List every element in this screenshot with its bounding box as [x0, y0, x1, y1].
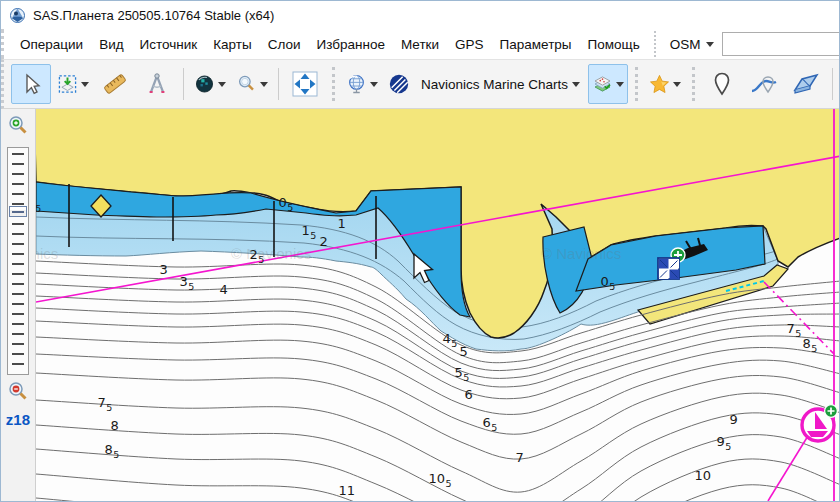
- svg-text:© Navionics: © Navionics: [541, 245, 621, 262]
- zoom-out-icon: [7, 381, 29, 403]
- chevron-down-icon: [370, 82, 378, 87]
- zoom-magnifier-button[interactable]: [232, 64, 272, 104]
- zoom-slider-ticks: [12, 153, 24, 369]
- zoom-slider-handle[interactable]: [9, 206, 27, 217]
- toolbar-grip: [332, 67, 335, 101]
- menu-item[interactable]: Источник: [132, 33, 206, 56]
- zoom-in-button[interactable]: [5, 113, 31, 139]
- cursor-arrow-icon: [19, 72, 43, 96]
- go-to-button[interactable]: [342, 64, 382, 104]
- menu-item[interactable]: Операции: [12, 33, 91, 56]
- window-title: SAS.Планета 250505.10764 Stable (x64): [33, 8, 274, 23]
- menu-item[interactable]: GPS: [447, 33, 492, 56]
- navionics-logo-icon: [388, 72, 410, 96]
- menu-item[interactable]: Помощь: [580, 33, 648, 56]
- selection-layer-icon: [57, 71, 78, 97]
- zoom-out-button[interactable]: [5, 379, 31, 405]
- star-icon: [649, 70, 670, 98]
- menu-items: ОперацииВидИсточникКартыСлоиИзбранноеМет…: [12, 33, 648, 56]
- toolbar-separator: [278, 68, 279, 100]
- dark-sphere-button[interactable]: [190, 64, 230, 104]
- chevron-down-icon: [706, 42, 714, 47]
- globe-icon: [346, 71, 367, 97]
- dark-sphere-icon: [194, 71, 215, 97]
- content-area: z18: [1, 109, 839, 501]
- favorites-button[interactable]: [645, 64, 685, 104]
- menu-bar: ОперацииВидИсточникКартыСлоиИзбранноеМет…: [1, 29, 839, 59]
- select-cursor-button[interactable]: [11, 64, 51, 104]
- ruler-icon: [102, 71, 128, 97]
- map-source-label: OSM: [670, 37, 701, 52]
- marina-checker-box: [658, 258, 679, 279]
- app-icon: [9, 7, 26, 24]
- toolbar-separator: [183, 68, 184, 100]
- layers-icon: [592, 71, 613, 97]
- toolbar-separator: [832, 68, 833, 100]
- fullscreen-arrows-icon: [292, 71, 318, 97]
- measure-compass-button[interactable]: [137, 64, 177, 104]
- layers-button[interactable]: [588, 64, 628, 104]
- menu-item[interactable]: Вид: [91, 33, 131, 56]
- placemark-pin-icon: [710, 71, 734, 97]
- application-window: SAS.Планета 250505.10764 Stable (x64) Оп…: [0, 0, 840, 502]
- zoom-level-label: z18: [1, 411, 35, 428]
- map-canvas[interactable]: © Navionics © Navionics © Navionics 05 0…: [36, 109, 839, 501]
- chevron-down-icon: [218, 82, 226, 87]
- menu-item[interactable]: Избранное: [309, 33, 393, 56]
- map-source-dropdown[interactable]: OSM: [662, 34, 723, 55]
- map-type-dropdown-label[interactable]: Navionics Marine Charts: [421, 77, 568, 92]
- title-bar: SAS.Планета 250505.10764 Stable (x64): [1, 1, 839, 29]
- search-input[interactable]: [722, 32, 840, 56]
- svg-text:© Navionics: © Navionics: [36, 245, 58, 262]
- menu-item[interactable]: Карты: [205, 33, 259, 56]
- toolbar-grip: [635, 67, 638, 101]
- menu-item[interactable]: Метки: [393, 33, 447, 56]
- chevron-down-icon: [81, 82, 89, 87]
- selection-to-layer-button[interactable]: [53, 64, 93, 104]
- add-placemark-button[interactable]: [702, 64, 742, 104]
- zoom-panel: z18: [1, 109, 36, 501]
- main-toolbar: Navionics Marine Charts: [1, 59, 839, 109]
- chevron-down-icon: [260, 82, 268, 87]
- navionics-logo-button[interactable]: [384, 64, 414, 104]
- chevron-down-icon: [673, 82, 681, 87]
- add-path-button[interactable]: [744, 64, 784, 104]
- magnifier-icon: [236, 71, 257, 97]
- ruler-button[interactable]: [95, 64, 135, 104]
- add-polygon-button[interactable]: [786, 64, 826, 104]
- menu-item[interactable]: Слои: [260, 33, 309, 56]
- toolbar-grip: [692, 67, 695, 101]
- svg-text:© Navionics: © Navionics: [231, 245, 311, 262]
- chevron-down-icon: [616, 82, 624, 87]
- compass-divider-icon: [144, 71, 170, 97]
- path-tool-icon: [750, 71, 778, 97]
- chevron-down-icon: [572, 82, 580, 87]
- polygon-tool-icon: [792, 71, 820, 97]
- menu-item[interactable]: Параметры: [492, 33, 580, 56]
- fullscreen-button[interactable]: [285, 64, 325, 104]
- marine-chart: © Navionics © Navionics © Navionics: [36, 109, 839, 501]
- menu-separator: [654, 31, 656, 57]
- zoom-slider[interactable]: [7, 147, 29, 375]
- zoom-in-icon: [7, 115, 29, 137]
